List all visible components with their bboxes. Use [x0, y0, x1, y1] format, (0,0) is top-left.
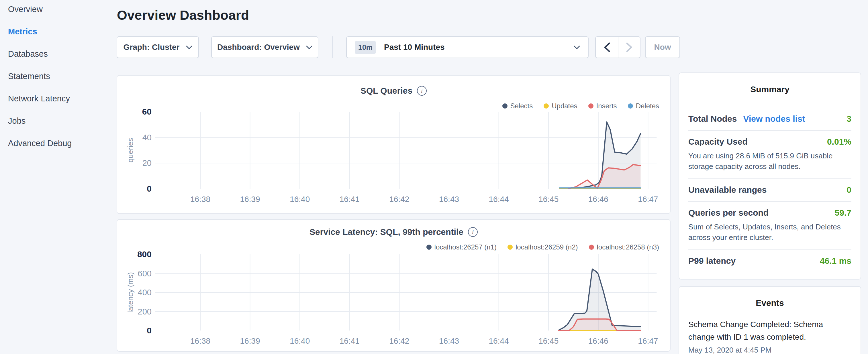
svg-text:16:41: 16:41 — [340, 195, 360, 204]
svg-text:16:45: 16:45 — [538, 336, 559, 345]
events-list: Schema Change Completed: Schema change w… — [688, 318, 851, 354]
svg-text:0: 0 — [147, 184, 152, 193]
dashboard-dropdown[interactable]: Dashboard: Overview — [211, 36, 318, 58]
svg-text:16:39: 16:39 — [240, 336, 260, 345]
svg-text:800: 800 — [137, 250, 152, 259]
chart-plot[interactable]: 020406016:3816:3916:4016:4116:4216:4316:… — [117, 75, 671, 215]
time-step-buttons — [595, 36, 641, 58]
chart-card: Service Latency: SQL, 99th percentileilo… — [117, 219, 671, 352]
svg-text:40: 40 — [143, 133, 152, 142]
summary-row: Unavailable ranges0 — [688, 179, 851, 201]
sidebar-item-network-latency[interactable]: Network Latency — [8, 94, 117, 103]
summary-row-value: 46.1 ms — [820, 256, 851, 266]
svg-text:16:46: 16:46 — [588, 336, 608, 345]
view-nodes-link[interactable]: View nodes list — [743, 114, 805, 124]
summary-row-description: Sum of Selects, Updates, Inserts, and De… — [688, 222, 851, 243]
svg-text:16:38: 16:38 — [190, 195, 210, 204]
svg-text:16:47: 16:47 — [638, 195, 658, 204]
svg-text:16:44: 16:44 — [489, 195, 509, 204]
svg-text:16:40: 16:40 — [290, 195, 310, 204]
chevron-left-icon — [604, 42, 610, 52]
time-range-badge: 10m — [355, 41, 376, 54]
chevron-down-icon — [306, 45, 312, 49]
time-range-dropdown[interactable]: 10m Past 10 Minutes — [346, 36, 589, 58]
summary-rows: Total NodesView nodes list3Capacity Used… — [688, 108, 851, 272]
chevron-down-icon — [186, 45, 192, 49]
svg-text:20: 20 — [143, 158, 152, 167]
summary-row: Capacity Used0.01%You are using 28.6 MiB… — [688, 130, 851, 179]
main-content: Overview Dashboard Graph: Cluster Dashbo… — [117, 0, 683, 354]
svg-text:60: 60 — [142, 107, 152, 116]
sidebar-item-advanced-debug[interactable]: Advanced Debug — [8, 139, 117, 148]
chevron-down-icon — [574, 45, 580, 49]
summary-row-value: 59.7 — [835, 208, 851, 218]
summary-title: Summary — [688, 85, 851, 94]
summary-row-label: Total Nodes — [688, 114, 737, 124]
sidebar-item-jobs[interactable]: Jobs — [8, 116, 117, 125]
chevron-right-icon — [626, 42, 632, 52]
graph-dropdown-label: Graph: Cluster — [123, 43, 179, 52]
event-item[interactable]: Schema Change Completed: Schema change w… — [688, 318, 851, 354]
svg-text:16:42: 16:42 — [389, 336, 409, 345]
svg-text:200: 200 — [138, 307, 152, 316]
chart-plot[interactable]: 020040060080016:3816:3916:4016:4116:4216… — [117, 220, 671, 352]
svg-text:0: 0 — [147, 326, 152, 335]
dashboard-dropdown-label: Dashboard: Overview — [217, 43, 300, 52]
summary-row-description: You are using 28.6 MiB of 515.9 GiB usab… — [688, 151, 851, 172]
svg-text:16:40: 16:40 — [290, 336, 310, 345]
sidebar-item-databases[interactable]: Databases — [8, 49, 117, 58]
event-message: Schema Change Completed: Schema change w… — [688, 318, 851, 344]
svg-text:latency (ms): latency (ms) — [126, 272, 135, 313]
svg-text:16:41: 16:41 — [340, 336, 360, 345]
graph-dropdown[interactable]: Graph: Cluster — [117, 36, 199, 58]
svg-text:400: 400 — [138, 288, 152, 297]
summary-panel: Summary Total NodesView nodes list3Capac… — [679, 72, 861, 280]
summary-row-label: P99 latency — [688, 256, 736, 266]
event-timestamp: May 13, 2020 at 4:45 PM — [688, 346, 851, 354]
now-button[interactable]: Now — [645, 36, 680, 58]
summary-row-value: 0 — [846, 185, 851, 195]
summary-row: P99 latency46.1 ms — [688, 250, 851, 272]
next-time-button[interactable] — [618, 37, 640, 58]
events-panel: Events Schema Change Completed: Schema c… — [679, 286, 861, 354]
prev-time-button[interactable] — [596, 37, 618, 58]
summary-row-value: 0.01% — [827, 137, 851, 147]
summary-row-label: Unavailable ranges — [688, 185, 767, 195]
sidebar-item-overview[interactable]: Overview — [8, 5, 117, 14]
svg-text:600: 600 — [138, 269, 152, 278]
time-range-label: Past 10 Minutes — [384, 43, 574, 52]
sidebar: OverviewMetricsDatabasesStatementsNetwor… — [0, 0, 117, 354]
svg-text:16:46: 16:46 — [588, 195, 608, 204]
summary-row: Total NodesView nodes list3 — [688, 108, 851, 130]
svg-text:16:42: 16:42 — [389, 195, 409, 204]
toolbar: Graph: Cluster Dashboard: Overview 10m P… — [117, 36, 683, 58]
svg-text:16:44: 16:44 — [489, 336, 509, 345]
events-title: Events — [688, 298, 851, 308]
svg-text:16:39: 16:39 — [240, 195, 260, 204]
summary-row-label: Queries per second — [688, 208, 769, 218]
svg-text:16:43: 16:43 — [439, 195, 459, 204]
svg-text:16:38: 16:38 — [190, 336, 210, 345]
chart-card: SQL QueriesiSelectsUpdatesInsertsDeletes… — [117, 75, 671, 214]
svg-text:16:45: 16:45 — [538, 195, 559, 204]
svg-text:16:43: 16:43 — [439, 336, 459, 345]
summary-row-value: 3 — [846, 114, 851, 124]
summary-row-label: Capacity Used — [688, 137, 748, 147]
sidebar-item-metrics[interactable]: Metrics — [8, 27, 117, 36]
summary-row: Queries per second59.7Sum of Selects, Up… — [688, 201, 851, 250]
page-title: Overview Dashboard — [117, 7, 249, 23]
sidebar-nav: OverviewMetricsDatabasesStatementsNetwor… — [8, 5, 117, 148]
svg-text:queries: queries — [126, 138, 135, 162]
svg-text:16:47: 16:47 — [638, 336, 658, 345]
toolbar-divider — [333, 36, 333, 58]
sidebar-item-statements[interactable]: Statements — [8, 72, 117, 81]
